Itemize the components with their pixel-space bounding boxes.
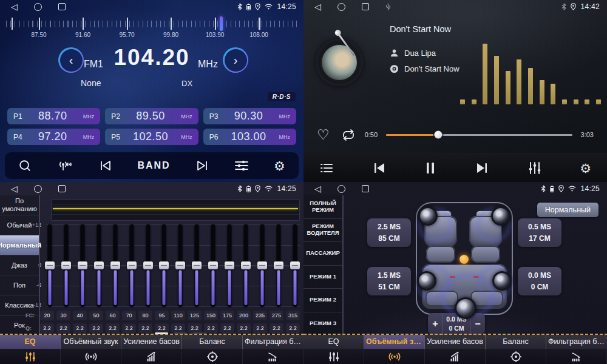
- tab-bass-boost[interactable]: Усиление басов: [425, 335, 486, 364]
- slider-handle[interactable]: [159, 261, 169, 269]
- slider-handle[interactable]: [192, 261, 202, 269]
- eq-band-slider[interactable]: [207, 224, 219, 307]
- gear-icon[interactable]: ⚙: [274, 160, 285, 172]
- eq-preset-item[interactable]: Рок: [0, 315, 39, 335]
- rear-right-speaker-icon[interactable]: [492, 271, 512, 291]
- subwoofer-icon[interactable]: [455, 297, 476, 319]
- listening-position-dot[interactable]: [459, 255, 469, 264]
- slider-handle[interactable]: [94, 261, 104, 269]
- home-icon[interactable]: [337, 185, 345, 193]
- back-icon[interactable]: ◁: [11, 2, 18, 11]
- slider-handle[interactable]: [78, 261, 87, 269]
- back-icon[interactable]: ◁: [314, 2, 321, 11]
- home-icon[interactable]: [34, 3, 42, 11]
- tab-bass-boost[interactable]: Усиление басов: [121, 335, 182, 364]
- eq-preset-item[interactable]: По умолчанию: [0, 195, 39, 215]
- tab-surround[interactable]: Объёмный звук: [61, 335, 121, 364]
- previous-track-icon[interactable]: [371, 161, 387, 175]
- pause-icon[interactable]: [425, 161, 436, 175]
- recents-icon[interactable]: [58, 3, 66, 10]
- repeat-icon[interactable]: [341, 129, 356, 141]
- slider-handle[interactable]: [274, 261, 283, 269]
- tab-filter[interactable]: Фильтрация ба...: [243, 335, 304, 364]
- slider-handle[interactable]: [143, 261, 153, 269]
- tab-eq[interactable]: EQ: [0, 335, 61, 364]
- slider-handle[interactable]: [45, 261, 55, 269]
- eq-band-slider[interactable]: [174, 224, 186, 307]
- eq-preset-item[interactable]: Джаз: [0, 255, 39, 275]
- radio-preset-p2[interactable]: P289.50MHz: [105, 108, 198, 124]
- eq-band-slider[interactable]: [93, 224, 105, 307]
- rear-right-delay-button[interactable]: 0.0 MS 0 CM: [518, 267, 561, 295]
- slider-handle[interactable]: [127, 261, 137, 269]
- slider-handle[interactable]: [208, 261, 218, 269]
- eq-preset-item[interactable]: Нормальный: [0, 235, 39, 255]
- home-icon[interactable]: [34, 185, 42, 193]
- band-button[interactable]: BAND: [137, 160, 170, 171]
- listening-mode-item[interactable]: ПОЛНЫЙ РЕЖИМ: [304, 195, 342, 219]
- tab-eq[interactable]: EQ: [304, 335, 364, 364]
- listening-mode-item[interactable]: РЕЖИМ 2: [304, 289, 342, 312]
- recents-icon[interactable]: [58, 185, 66, 192]
- eq-band-slider[interactable]: [223, 224, 236, 307]
- seek-bar[interactable]: [386, 134, 572, 136]
- eq-band-slider[interactable]: [240, 224, 252, 307]
- slider-handle[interactable]: [110, 261, 120, 269]
- tab-filter[interactable]: Фильтрация ба...: [546, 335, 607, 364]
- listening-mode-item[interactable]: ПАССАЖИР: [304, 242, 342, 266]
- next-track-icon[interactable]: [474, 161, 490, 175]
- home-icon[interactable]: [337, 3, 345, 11]
- frequency-scale[interactable]: [6, 16, 297, 31]
- tab-balance[interactable]: Баланс: [182, 335, 243, 364]
- slider-handle[interactable]: [241, 261, 251, 269]
- slider-handle[interactable]: [225, 261, 234, 269]
- slider-handle[interactable]: [61, 261, 71, 269]
- search-icon[interactable]: [18, 159, 32, 172]
- radio-preset-p6[interactable]: P6103.00MHz: [203, 129, 296, 145]
- playlist-icon[interactable]: [319, 162, 334, 174]
- eq-band-slider[interactable]: [158, 224, 170, 307]
- eq-band-slider[interactable]: [109, 224, 121, 307]
- radio-preset-p4[interactable]: P497.20MHz: [7, 129, 100, 145]
- broadcast-icon[interactable]: [56, 159, 73, 172]
- back-icon[interactable]: ◁: [314, 184, 321, 193]
- recents-icon[interactable]: [362, 185, 369, 192]
- recents-icon[interactable]: [362, 3, 369, 10]
- seek-bar-handle[interactable]: [434, 131, 442, 139]
- back-icon[interactable]: ◁: [11, 184, 18, 193]
- slider-handle[interactable]: [290, 261, 300, 269]
- next-station-icon[interactable]: [195, 160, 209, 172]
- eq-preset-item[interactable]: Обычай: [0, 215, 39, 235]
- favorite-icon[interactable]: ♡: [317, 128, 330, 142]
- front-right-delay-button[interactable]: 0.5 MS 17 CM: [518, 218, 561, 247]
- radio-preset-p1[interactable]: P188.70MHz: [7, 108, 100, 124]
- eq-band-slider[interactable]: [44, 224, 56, 307]
- plus-button[interactable]: +: [428, 313, 443, 335]
- equalizer-icon[interactable]: [527, 161, 542, 175]
- front-right-speaker-icon[interactable]: [491, 206, 510, 226]
- eq-band-slider[interactable]: [126, 224, 138, 307]
- gear-icon[interactable]: ⚙: [580, 162, 591, 175]
- profile-button[interactable]: Нормальный: [537, 203, 599, 217]
- eq-band-slider[interactable]: [60, 224, 72, 307]
- radio-preset-p3[interactable]: P390.30MHz: [203, 108, 296, 124]
- slider-handle[interactable]: [175, 261, 185, 269]
- rear-left-speaker-icon[interactable]: [417, 271, 436, 291]
- slider-handle[interactable]: [257, 261, 267, 269]
- eq-band-slider[interactable]: [76, 224, 89, 307]
- eq-band-slider[interactable]: [256, 224, 268, 307]
- eq-band-slider[interactable]: [191, 224, 203, 307]
- listening-mode-item[interactable]: РЕЖИМ ВОДИТЕЛЯ: [304, 219, 342, 243]
- tab-surround[interactable]: Объёмный звук: [364, 335, 425, 364]
- eq-preset-item[interactable]: Поп: [0, 275, 39, 295]
- eq-band-slider[interactable]: [273, 224, 285, 307]
- eq-preset-item[interactable]: Классика: [0, 295, 39, 315]
- rear-left-delay-button[interactable]: 1.5 MS 51 CM: [367, 267, 411, 295]
- eq-band-slider[interactable]: [289, 224, 301, 307]
- front-left-speaker-icon[interactable]: [418, 206, 438, 226]
- previous-station-icon[interactable]: [98, 160, 113, 172]
- front-left-delay-button[interactable]: 2.5 MS 85 CM: [367, 218, 411, 247]
- radio-preset-p5[interactable]: P5102.50MHz: [105, 129, 198, 145]
- listening-mode-item[interactable]: РЕЖИМ 3: [304, 312, 342, 335]
- sliders-icon[interactable]: [234, 159, 249, 172]
